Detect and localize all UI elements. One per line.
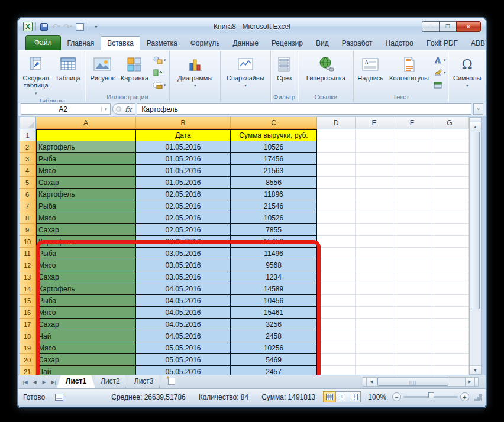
cell-G9[interactable] — [431, 224, 469, 236]
tab-split-handle[interactable] — [363, 377, 367, 387]
row-header-16[interactable]: 16 — [20, 307, 36, 319]
cell-C11[interactable]: 11496 — [231, 248, 317, 259]
header-footer-button[interactable]: Колонтитулы — [387, 53, 431, 93]
cell-A19[interactable]: Мясо — [36, 342, 136, 354]
row-header-12[interactable]: 12 — [20, 259, 36, 271]
cell-B11[interactable]: 03.05.2016 — [136, 248, 231, 259]
undo-button[interactable]: ↶▾ — [51, 22, 61, 32]
row-header-19[interactable]: 19 — [20, 342, 36, 354]
column-header-G[interactable]: G — [431, 117, 469, 129]
tab-data[interactable]: Данные — [227, 36, 265, 50]
cell-B5[interactable]: 01.05.2016 — [136, 177, 231, 189]
cell-F20[interactable] — [393, 354, 431, 366]
excel-app-icon[interactable]: X — [23, 22, 33, 31]
cell-G7[interactable] — [431, 200, 469, 212]
cell-E16[interactable] — [356, 307, 393, 319]
cell-E10[interactable] — [356, 236, 393, 248]
tab-abbyy[interactable]: ABBYY PD — [464, 36, 486, 50]
cell-A8[interactable]: Мясо — [36, 212, 136, 224]
cell-D3[interactable] — [317, 153, 356, 165]
cell-C14[interactable]: 14589 — [231, 283, 317, 295]
customize-qat-dropdown-icon[interactable]: ▾ — [91, 22, 101, 32]
shapes-button[interactable]: ▾ — [153, 55, 166, 66]
cell-D10[interactable] — [317, 236, 356, 248]
cell-E3[interactable] — [356, 153, 393, 165]
row-header-15[interactable]: 15 — [20, 295, 36, 307]
cell-D6[interactable] — [317, 189, 356, 200]
cell-A4[interactable]: Мясо — [36, 165, 136, 177]
cell-D9[interactable] — [317, 224, 356, 236]
cell-E14[interactable] — [356, 283, 393, 295]
cell-A14[interactable]: Картофель — [36, 283, 136, 295]
cell-B3[interactable]: 01.05.2016 — [136, 153, 231, 165]
cell-A13[interactable]: Сахар — [36, 271, 136, 283]
cell-E17[interactable] — [356, 319, 393, 330]
cell-B13[interactable]: 03.05.2016 — [136, 271, 231, 283]
tab-file[interactable]: Файл — [25, 35, 61, 50]
vertical-scroll-track[interactable] — [470, 310, 481, 365]
cell-A16[interactable]: Мясо — [36, 307, 136, 319]
cell-C6[interactable]: 11896 — [231, 189, 317, 200]
sparklines-button[interactable]: Спарклайны ▾ — [224, 53, 267, 102]
cell-A3[interactable]: Рыба — [36, 153, 136, 165]
zoom-in-button[interactable]: + — [460, 392, 469, 401]
cell-F6[interactable] — [393, 189, 431, 200]
cell-B12[interactable]: 03.05.2016 — [136, 259, 231, 271]
cell-A9[interactable]: Сахар — [36, 224, 136, 236]
resize-grip[interactable] — [474, 394, 481, 401]
save-button[interactable] — [39, 22, 49, 32]
row-header-11[interactable]: 11 — [20, 248, 36, 259]
cell-E19[interactable] — [356, 342, 393, 354]
cell-B10[interactable]: 03.05.2016 — [136, 236, 231, 248]
cell-E5[interactable] — [356, 177, 393, 189]
tab-formulas[interactable]: Формуль — [184, 36, 227, 50]
page-layout-view-button[interactable] — [335, 391, 348, 402]
column-header-C[interactable]: C — [231, 117, 317, 129]
row-header-8[interactable]: 8 — [20, 212, 36, 224]
horizontal-scroll-track[interactable]: |||| — [376, 377, 465, 387]
select-all-button[interactable] — [20, 117, 36, 129]
cell-B8[interactable]: 02.05.2016 — [136, 212, 231, 224]
cell-D20[interactable] — [317, 354, 356, 366]
formula-input[interactable]: Картофель — [137, 103, 471, 115]
cell-E4[interactable] — [356, 165, 393, 177]
zoom-level[interactable]: 100% — [368, 393, 386, 401]
cell-C13[interactable]: 1234 — [231, 271, 317, 283]
cell-G14[interactable] — [431, 283, 469, 295]
table-button[interactable]: Таблица — [53, 53, 83, 97]
cell-B6[interactable]: 02.05.2016 — [136, 189, 231, 200]
cell-A10[interactable]: Картофель — [36, 236, 136, 248]
cell-D13[interactable] — [317, 271, 356, 283]
screenshot-button[interactable]: ▾ — [153, 80, 166, 90]
tab-layout[interactable]: Разметка — [140, 36, 184, 50]
cell-G21[interactable] — [431, 366, 469, 375]
close-button[interactable]: ✕ — [456, 21, 481, 32]
cell-F10[interactable] — [393, 236, 431, 248]
cell-B2[interactable]: 01.05.2016 — [136, 141, 231, 153]
cell-F14[interactable] — [393, 283, 431, 295]
name-box-dropdown-icon[interactable]: ▾ — [101, 107, 110, 112]
row-header-7[interactable]: 7 — [20, 200, 36, 212]
cell-G1[interactable] — [431, 129, 469, 141]
expand-formula-bar-button[interactable]: ˅ — [473, 103, 483, 115]
cell-E11[interactable] — [356, 248, 393, 259]
cell-G16[interactable] — [431, 307, 469, 319]
cell-D17[interactable] — [317, 319, 356, 330]
cell-E21[interactable] — [356, 366, 393, 375]
row-header-21[interactable]: 21 — [20, 366, 36, 375]
next-sheet-button[interactable]: ▶ — [40, 379, 49, 385]
cell-E13[interactable] — [356, 271, 393, 283]
cell-A20[interactable]: Сахар — [36, 354, 136, 366]
cell-C5[interactable]: 8556 — [231, 177, 317, 189]
cell-C1[interactable]: Сумма выручки, руб. — [231, 129, 317, 141]
cell-B17[interactable]: 04.05.2016 — [136, 319, 231, 330]
tab-view[interactable]: Вид — [309, 36, 335, 50]
charts-button[interactable]: Диаграммы ▾ — [175, 53, 215, 102]
cell-C16[interactable]: 15461 — [231, 307, 317, 319]
cell-G17[interactable] — [431, 319, 469, 330]
column-header-B[interactable]: B — [136, 117, 231, 129]
cell-E9[interactable] — [356, 224, 393, 236]
sheet-tab-3[interactable]: Лист3 — [125, 375, 163, 388]
cell-A18[interactable]: Чай — [36, 330, 136, 342]
scroll-up-arrow-icon[interactable]: ▲ — [470, 122, 481, 131]
